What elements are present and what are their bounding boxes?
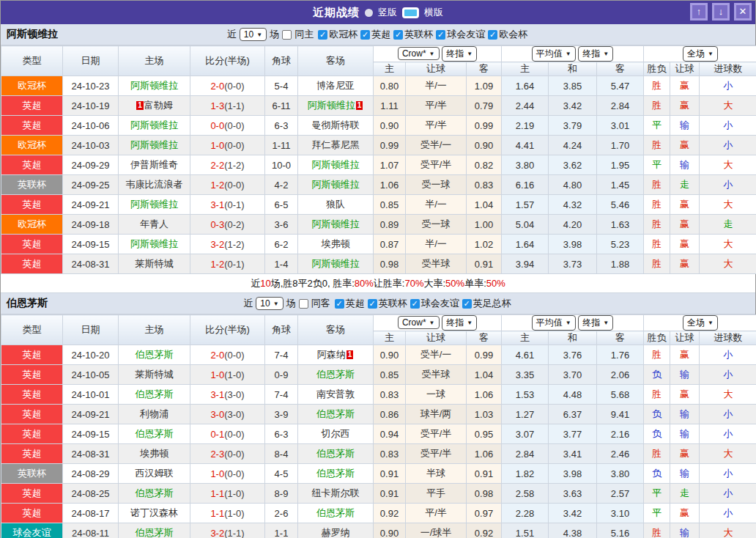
average-odds-cell: 3.85	[549, 76, 597, 96]
score-cell: 1-2(0-1)	[190, 254, 265, 274]
sub-win: 主	[502, 331, 549, 345]
score-cell: 1-2(0-0)	[190, 175, 265, 195]
fulltime-score: 1-2	[210, 180, 224, 191]
home-team-cell: 莱斯特城	[119, 365, 190, 385]
corner-cell: 7-4	[265, 385, 298, 405]
team-label: 伯恩茅斯	[136, 428, 174, 439]
league-checkbox[interactable]: ✓	[360, 30, 370, 40]
horizontal-layout-radio[interactable]	[402, 7, 419, 18]
average-odds-cell: 2.57	[597, 484, 644, 504]
fulltime-score: 0-0	[210, 120, 224, 131]
col-type: 类型	[1, 315, 63, 345]
match-row: 欧冠杯24-10-23阿斯顿维拉2-0(0-0)5-4博洛尼亚0.80半/一1.…	[1, 76, 756, 96]
league-badge: 欧冠杯	[1, 136, 63, 155]
match-row: 球会友谊24-08-11伯恩茅斯3-2(1-1)1-1赫罗纳0.90一/球半0.…	[1, 523, 756, 538]
match-row: 英超24-10-06阿斯顿维拉0-0(0-0)6-3曼彻斯特联0.90平/半0.…	[1, 116, 756, 136]
final-index-select-2[interactable]: 终指▼	[578, 315, 613, 331]
result-cell: 赢	[670, 215, 700, 235]
fulltime-score: 3-2	[210, 239, 224, 250]
bookmaker-select[interactable]: Crow*▼	[398, 47, 440, 60]
league-checkbox[interactable]: ✓	[410, 299, 420, 309]
score-cell: 3-2(1-2)	[190, 235, 265, 254]
sub-away: 客	[467, 331, 502, 345]
results-table-villa: 类型 日期 主场 比分(半场) 角球 客场 Crow*▼ 终指▼ 平均值▼ 终指…	[1, 45, 756, 274]
average-odds-cell: 5.47	[597, 76, 644, 96]
average-odds-cell: 2.28	[502, 504, 549, 523]
move-up-icon[interactable]: ↑	[690, 3, 708, 21]
sub-lose: 客	[597, 331, 644, 345]
handicap-odds-cell: 一/球半	[406, 523, 467, 538]
average-select[interactable]: 平均值▼	[532, 46, 576, 62]
final-index-select[interactable]: 终指▼	[442, 46, 477, 62]
final-index-select-2[interactable]: 终指▼	[578, 46, 613, 62]
handicap-odds-cell: 半/一	[406, 235, 467, 254]
team-label: 埃弗顿	[322, 238, 350, 249]
chevron-down-icon: ▼	[256, 32, 262, 38]
league-checkbox[interactable]: ✓	[393, 30, 403, 40]
league-checkbox[interactable]: ✓	[462, 299, 472, 309]
move-down-icon[interactable]: ↓	[712, 3, 730, 21]
league-checkbox-label: 英联杯	[379, 297, 407, 310]
handicap-odds-cell: 0.90	[374, 116, 406, 136]
sub-result: 胜负	[644, 62, 670, 76]
fulltime-score: 1-0	[210, 369, 224, 380]
league-badge: 英联杯	[1, 464, 63, 484]
league-badge: 英联杯	[1, 175, 63, 195]
average-odds-cell: 3.41	[549, 444, 597, 464]
same-home-checkbox[interactable]	[282, 30, 292, 40]
handicap-odds-cell: 1.07	[374, 155, 406, 175]
team-label: 阿森纳	[317, 349, 346, 360]
result-cell: 胜	[644, 385, 670, 405]
handicap-odds-cell: 受半/一	[406, 136, 467, 155]
result-cell: 大	[700, 523, 756, 538]
final-index-select[interactable]: 终指▼	[442, 315, 477, 331]
date-cell: 24-09-18	[63, 215, 119, 235]
match-row: 英超24-10-20伯恩茅斯2-0(0-0)7-4阿森纳10.90受半/一0.9…	[1, 345, 756, 365]
handicap-odds-cell: 0.87	[374, 235, 406, 254]
result-cell: 赢	[670, 444, 700, 464]
team-label: 纽卡斯尔联	[312, 487, 360, 498]
result-cell: 赢	[670, 254, 700, 274]
league-checkbox[interactable]: ✓	[368, 299, 377, 309]
league-checkbox[interactable]: ✓	[436, 30, 445, 40]
chevron-down-icon: ▼	[708, 320, 714, 326]
average-odds-cell: 5.23	[597, 235, 644, 254]
result-cell: 输	[670, 405, 700, 424]
close-icon[interactable]: ✕	[734, 3, 752, 21]
average-odds-cell: 3.73	[549, 254, 597, 274]
team-label: 西汉姆联	[136, 468, 174, 479]
league-checkbox[interactable]: ✓	[318, 30, 327, 40]
sub-draw: 和	[549, 62, 597, 76]
match-row: 英超24-10-191富勒姆1-3(1-1)6-11阿斯顿维拉11.11平/半0…	[1, 96, 756, 116]
matches-label: 场	[286, 297, 296, 310]
league-checkbox[interactable]: ✓	[488, 30, 497, 40]
bookmaker-select[interactable]: Crow*▼	[398, 316, 440, 329]
col-away: 客场	[298, 315, 374, 345]
chevron-down-icon: ▼	[566, 51, 571, 57]
full-match-select[interactable]: 全场▼	[683, 46, 718, 62]
home-team-cell: 埃弗顿	[119, 444, 190, 464]
same-away-checkbox[interactable]	[299, 299, 308, 309]
average-select[interactable]: 平均值▼	[532, 315, 576, 331]
match-count-select[interactable]: 10▼	[256, 297, 283, 310]
halftime-score: (3-0)	[224, 389, 244, 400]
fulltime-score: 1-1	[210, 508, 224, 519]
sub-win: 主	[502, 62, 549, 76]
halftime-score: (0-0)	[224, 180, 244, 191]
result-cell: 输	[670, 424, 700, 444]
fulltime-score: 1-0	[210, 140, 224, 151]
vertical-layout-radio[interactable]	[365, 9, 373, 17]
away-team-cell: 伯恩茅斯	[298, 504, 374, 523]
match-row: 欧冠杯24-09-18年青人0-3(0-2)3-6阿斯顿维拉0.89受一球1.0…	[1, 215, 756, 235]
score-cell: 3-1(3-0)	[190, 385, 265, 405]
near-label: 近	[227, 28, 237, 41]
score-cell: 2-0(0-0)	[190, 345, 265, 365]
result-cell: 小	[700, 345, 756, 365]
full-match-select[interactable]: 全场▼	[683, 315, 718, 331]
match-row: 英超24-09-21利物浦3-0(3-0)3-9伯恩茅斯0.86球半/两1.03…	[1, 405, 756, 424]
handicap-odds-cell: 受一球	[406, 175, 467, 195]
home-team-cell: 伯恩茅斯	[119, 484, 190, 504]
match-count-select[interactable]: 10▼	[240, 28, 267, 41]
home-team-cell: 阿斯顿维拉	[119, 76, 190, 96]
league-checkbox[interactable]: ✓	[335, 299, 344, 309]
